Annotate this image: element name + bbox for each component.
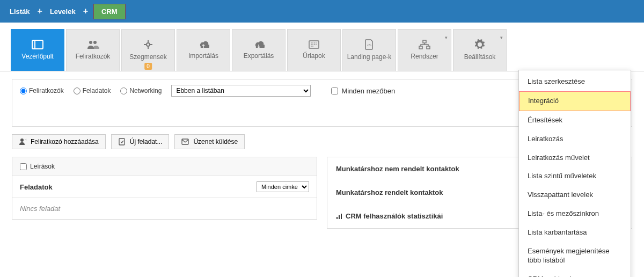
- tab-landing[interactable]: </> Landing page-k: [342, 29, 396, 71]
- svg-rect-16: [119, 138, 125, 145]
- panel-head-label: Leírások: [30, 163, 55, 170]
- all-fields-checkbox[interactable]: Minden mezőben: [331, 87, 395, 95]
- svg-rect-11: [423, 40, 426, 43]
- radio-input[interactable]: [120, 88, 127, 94]
- tab-label: Rendszer: [408, 53, 440, 60]
- tab-dashboard[interactable]: Vezérlőpult: [11, 29, 64, 71]
- tasks-label: Feladatok: [20, 183, 53, 191]
- svg-point-14: [20, 138, 24, 142]
- tag-filter-select[interactable]: Minden cimke: [257, 181, 309, 192]
- radio-input[interactable]: [20, 88, 27, 94]
- svg-rect-19: [339, 215, 340, 219]
- person-plus-icon: +: [19, 138, 26, 145]
- chevron-down-icon: ▾: [445, 35, 448, 40]
- form-icon: [309, 40, 319, 49]
- tab-label: Vezérlőpult: [19, 53, 55, 60]
- nav-crm[interactable]: CRM: [93, 4, 126, 19]
- envelope-icon: [181, 138, 189, 145]
- tab-export[interactable]: Exportálás: [232, 29, 286, 71]
- chevron-down-icon: ▾: [500, 35, 503, 40]
- tab-label: Exportálás: [241, 52, 276, 60]
- add-subscriber-button[interactable]: + Feliratkozó hozzáadása: [12, 134, 106, 149]
- link-label: Munkatárshoz rendelt kontaktok: [336, 188, 443, 196]
- svg-rect-20: [341, 214, 342, 219]
- tab-label: Importálás: [186, 52, 221, 60]
- nav-listak[interactable]: Listák: [4, 0, 35, 23]
- tab-label: Beállítások: [462, 53, 498, 61]
- plus-icon[interactable]: +: [35, 6, 45, 16]
- radio-networking[interactable]: Networking: [120, 87, 162, 94]
- people-icon: [86, 40, 99, 49]
- tab-label: Űrlapok: [301, 52, 327, 60]
- link-label: Munkatárshoz nem rendelt kontaktok: [336, 165, 459, 173]
- clipboard-check-icon: [118, 138, 126, 145]
- dashboard-icon: [32, 40, 43, 49]
- svg-point-4: [93, 41, 97, 44]
- radio-label: Feladatok: [83, 87, 111, 94]
- svg-rect-13: [427, 46, 430, 49]
- tab-label: Szegmensek: [127, 53, 169, 61]
- radio-input[interactable]: [74, 88, 80, 94]
- tab-system[interactable]: ▾ Rendszer: [398, 29, 451, 71]
- list-scope-select[interactable]: Ebben a listában: [171, 85, 311, 97]
- menu-item-unsubscribe[interactable]: Leiratkozás: [519, 130, 631, 149]
- button-label: Új feladat...: [130, 138, 163, 145]
- button-label: Üzenet küldése: [193, 138, 238, 145]
- menu-item-edit-list[interactable]: Lista szerkesztése: [519, 72, 631, 91]
- menu-item-bounced[interactable]: Visszapattant levelek: [519, 186, 631, 205]
- gear-icon: [474, 39, 485, 50]
- bars-icon: [336, 213, 342, 220]
- menu-item-list-actions[interactable]: Lista szintű műveletek: [519, 167, 631, 186]
- new-task-button[interactable]: Új feladat...: [111, 134, 170, 149]
- nav-levelek[interactable]: Levelek: [45, 0, 81, 23]
- svg-point-3: [89, 41, 92, 44]
- tab-forms[interactable]: Űrlapok: [287, 29, 341, 71]
- svg-rect-2: [34, 40, 35, 49]
- hierarchy-icon: [419, 40, 430, 49]
- tab-settings[interactable]: ▾ Beállítások: [453, 29, 507, 71]
- menu-item-notifications[interactable]: Értesítések: [519, 111, 631, 130]
- svg-rect-17: [182, 139, 188, 144]
- tab-segments[interactable]: Szegmensek 0: [121, 29, 175, 71]
- send-message-button[interactable]: Üzenet küldése: [174, 134, 245, 149]
- tabstrip: Vezérlőpult Feliratkozók Szegmensek 0 Im…: [0, 23, 644, 71]
- empty-state: Nincs feladat: [12, 198, 317, 219]
- descriptions-toggle[interactable]: Leírások: [12, 157, 317, 176]
- svg-rect-18: [336, 217, 338, 219]
- tab-import[interactable]: Importálás: [177, 29, 230, 71]
- target-icon: [143, 39, 153, 50]
- link-label: CRM felhasználók statisztikái: [346, 212, 443, 220]
- left-panel: Leírások Feladatok Minden cimke Nincs fe…: [12, 157, 317, 220]
- menu-item-integration[interactable]: Integráció: [519, 91, 631, 111]
- tab-badge: 0: [144, 63, 152, 70]
- radio-tasks[interactable]: Feladatok: [74, 87, 111, 94]
- checkbox-label: Minden mezőben: [341, 87, 395, 95]
- top-navbar: Listák + Levelek + CRM: [0, 0, 644, 23]
- cloud-download-icon: [253, 40, 265, 49]
- menu-item-list-maintenance[interactable]: Lista karbantartása: [519, 223, 631, 236]
- tab-label: Feliratkozók: [74, 53, 113, 60]
- page-icon: </>: [365, 39, 374, 50]
- button-label: Feliratkozó hozzáadása: [31, 138, 99, 145]
- svg-text:+: +: [25, 138, 26, 142]
- svg-rect-12: [419, 46, 422, 49]
- cloud-upload-icon: [197, 40, 209, 49]
- tasks-header: Feladatok Minden cimke: [12, 176, 317, 198]
- svg-point-5: [147, 43, 150, 46]
- tab-subscribers[interactable]: Feliratkozók: [66, 29, 120, 71]
- menu-item-list-field-sync[interactable]: Lista- és mezőszinkron: [519, 205, 631, 223]
- radio-label: Feliratkozók: [29, 87, 64, 94]
- tab-label: Landing page-k: [345, 53, 394, 61]
- menu-item-unsubscribe-action[interactable]: Leiratkozás művelet: [519, 149, 631, 167]
- settings-dropdown: Lista szerkesztése Integráció Értesítése…: [518, 70, 631, 236]
- radio-label: Networking: [129, 87, 162, 94]
- radio-subscribers[interactable]: Feliratkozók: [20, 87, 64, 94]
- svg-text:</>: </>: [367, 43, 372, 47]
- checkbox-input[interactable]: [331, 88, 338, 94]
- checkbox-input[interactable]: [20, 163, 27, 170]
- plus-icon[interactable]: +: [81, 6, 90, 16]
